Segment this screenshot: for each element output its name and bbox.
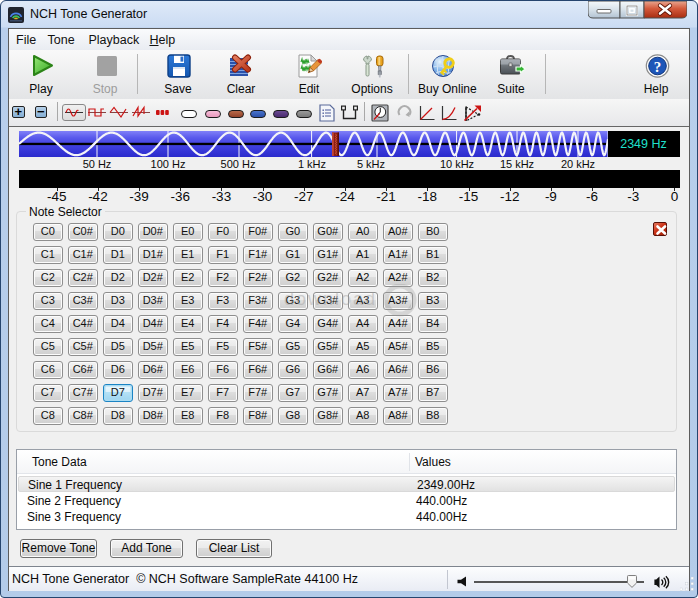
- svg-text:?: ?: [654, 59, 662, 75]
